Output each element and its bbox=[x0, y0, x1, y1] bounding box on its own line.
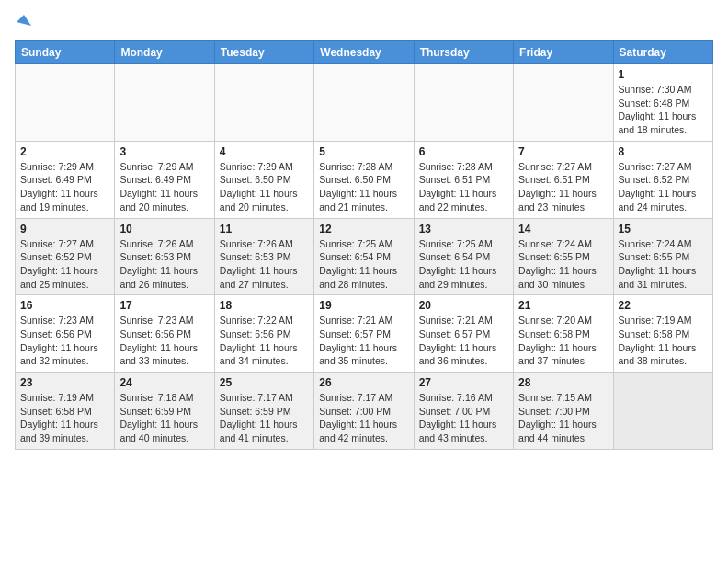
day-number: 8 bbox=[619, 145, 708, 158]
calendar-day-cell: 26Sunrise: 7:17 AMSunset: 7:00 PMDayligh… bbox=[314, 373, 414, 450]
calendar-day-cell: 19Sunrise: 7:21 AMSunset: 6:57 PMDayligh… bbox=[314, 295, 414, 373]
calendar-day-cell: 22Sunrise: 7:19 AMSunset: 6:58 PMDayligh… bbox=[613, 295, 712, 373]
day-info: Sunrise: 7:17 AMSunset: 6:59 PMDaylight:… bbox=[220, 391, 309, 445]
column-header-saturday: Saturday bbox=[613, 41, 712, 64]
column-header-monday: Monday bbox=[115, 41, 214, 64]
day-info: Sunrise: 7:27 AMSunset: 6:52 PMDaylight:… bbox=[619, 160, 708, 214]
calendar-week-row: 1Sunrise: 7:30 AMSunset: 6:48 PMDaylight… bbox=[16, 64, 713, 142]
day-number: 25 bbox=[220, 376, 309, 389]
day-number: 1 bbox=[619, 68, 708, 81]
day-info: Sunrise: 7:27 AMSunset: 6:52 PMDaylight:… bbox=[20, 237, 109, 292]
day-info: Sunrise: 7:29 AMSunset: 6:50 PMDaylight:… bbox=[220, 160, 309, 214]
day-number: 7 bbox=[518, 145, 608, 158]
day-info: Sunrise: 7:26 AMSunset: 6:53 PMDaylight:… bbox=[220, 237, 309, 292]
day-number: 12 bbox=[319, 223, 408, 236]
day-number: 14 bbox=[518, 223, 608, 236]
column-header-friday: Friday bbox=[514, 41, 613, 64]
calendar-day-cell: 2Sunrise: 7:29 AMSunset: 6:49 PMDaylight… bbox=[16, 141, 115, 218]
calendar-day-cell: 18Sunrise: 7:22 AMSunset: 6:56 PMDayligh… bbox=[214, 295, 313, 373]
day-info: Sunrise: 7:29 AMSunset: 6:49 PMDaylight:… bbox=[20, 160, 109, 214]
day-number: 16 bbox=[20, 299, 109, 312]
calendar-day-cell: 11Sunrise: 7:26 AMSunset: 6:53 PMDayligh… bbox=[214, 218, 313, 295]
calendar-day-cell: 4Sunrise: 7:29 AMSunset: 6:50 PMDaylight… bbox=[214, 141, 313, 218]
calendar-header-row: SundayMondayTuesdayWednesdayThursdayFrid… bbox=[16, 41, 713, 64]
day-info: Sunrise: 7:29 AMSunset: 6:49 PMDaylight:… bbox=[119, 160, 209, 214]
calendar-day-cell: 10Sunrise: 7:26 AMSunset: 6:53 PMDayligh… bbox=[115, 218, 214, 295]
calendar-day-cell: 6Sunrise: 7:28 AMSunset: 6:51 PMDaylight… bbox=[414, 141, 513, 218]
day-number: 13 bbox=[419, 223, 508, 236]
calendar-day-cell: 5Sunrise: 7:28 AMSunset: 6:50 PMDaylight… bbox=[314, 141, 414, 218]
day-info: Sunrise: 7:16 AMSunset: 7:00 PMDaylight:… bbox=[419, 391, 508, 445]
day-info: Sunrise: 7:25 AMSunset: 6:54 PMDaylight:… bbox=[319, 237, 408, 292]
calendar-day-cell: 9Sunrise: 7:27 AMSunset: 6:52 PMDaylight… bbox=[16, 218, 115, 295]
column-header-wednesday: Wednesday bbox=[314, 41, 414, 64]
day-info: Sunrise: 7:26 AMSunset: 6:53 PMDaylight:… bbox=[119, 237, 209, 292]
calendar-day-cell bbox=[514, 64, 613, 142]
calendar-day-cell bbox=[214, 64, 313, 142]
calendar-day-cell: 7Sunrise: 7:27 AMSunset: 6:51 PMDaylight… bbox=[514, 141, 613, 218]
calendar-day-cell: 28Sunrise: 7:15 AMSunset: 7:00 PMDayligh… bbox=[514, 373, 613, 450]
day-info: Sunrise: 7:22 AMSunset: 6:56 PMDaylight:… bbox=[220, 314, 309, 368]
day-info: Sunrise: 7:28 AMSunset: 6:51 PMDaylight:… bbox=[419, 160, 508, 214]
calendar-day-cell: 1Sunrise: 7:30 AMSunset: 6:48 PMDaylight… bbox=[613, 64, 712, 142]
day-info: Sunrise: 7:19 AMSunset: 6:58 PMDaylight:… bbox=[619, 314, 708, 368]
day-number: 17 bbox=[119, 299, 209, 312]
day-number: 5 bbox=[319, 145, 408, 158]
calendar-week-row: 2Sunrise: 7:29 AMSunset: 6:49 PMDaylight… bbox=[16, 141, 713, 218]
calendar-day-cell: 13Sunrise: 7:25 AMSunset: 6:54 PMDayligh… bbox=[414, 218, 513, 295]
calendar-day-cell: 27Sunrise: 7:16 AMSunset: 7:00 PMDayligh… bbox=[414, 373, 513, 450]
calendar-day-cell: 15Sunrise: 7:24 AMSunset: 6:55 PMDayligh… bbox=[613, 218, 712, 295]
day-info: Sunrise: 7:23 AMSunset: 6:56 PMDaylight:… bbox=[119, 314, 209, 368]
day-info: Sunrise: 7:23 AMSunset: 6:56 PMDaylight:… bbox=[20, 314, 109, 368]
column-header-tuesday: Tuesday bbox=[214, 41, 313, 64]
page-header bbox=[15, 15, 713, 33]
calendar-day-cell: 24Sunrise: 7:18 AMSunset: 6:59 PMDayligh… bbox=[115, 373, 214, 450]
day-info: Sunrise: 7:28 AMSunset: 6:50 PMDaylight:… bbox=[319, 160, 408, 214]
calendar-day-cell: 17Sunrise: 7:23 AMSunset: 6:56 PMDayligh… bbox=[115, 295, 214, 373]
calendar-day-cell: 25Sunrise: 7:17 AMSunset: 6:59 PMDayligh… bbox=[214, 373, 313, 450]
day-number: 20 bbox=[419, 299, 508, 312]
day-info: Sunrise: 7:17 AMSunset: 7:00 PMDaylight:… bbox=[319, 391, 408, 445]
day-number: 15 bbox=[619, 223, 708, 236]
calendar-day-cell: 20Sunrise: 7:21 AMSunset: 6:57 PMDayligh… bbox=[414, 295, 513, 373]
calendar-day-cell bbox=[613, 373, 712, 450]
day-info: Sunrise: 7:15 AMSunset: 7:00 PMDaylight:… bbox=[518, 391, 608, 445]
day-info: Sunrise: 7:21 AMSunset: 6:57 PMDaylight:… bbox=[419, 314, 508, 368]
calendar-day-cell: 21Sunrise: 7:20 AMSunset: 6:58 PMDayligh… bbox=[514, 295, 613, 373]
calendar-day-cell: 12Sunrise: 7:25 AMSunset: 6:54 PMDayligh… bbox=[314, 218, 414, 295]
day-info: Sunrise: 7:24 AMSunset: 6:55 PMDaylight:… bbox=[518, 237, 608, 292]
logo bbox=[15, 15, 31, 33]
day-number: 22 bbox=[619, 299, 708, 312]
day-info: Sunrise: 7:27 AMSunset: 6:51 PMDaylight:… bbox=[518, 160, 608, 214]
svg-marker-0 bbox=[17, 15, 31, 26]
day-info: Sunrise: 7:18 AMSunset: 6:59 PMDaylight:… bbox=[119, 391, 209, 445]
day-number: 6 bbox=[419, 145, 508, 158]
column-header-sunday: Sunday bbox=[16, 41, 115, 64]
calendar-week-row: 9Sunrise: 7:27 AMSunset: 6:52 PMDaylight… bbox=[16, 218, 713, 295]
day-number: 28 bbox=[518, 376, 608, 389]
day-number: 27 bbox=[419, 376, 508, 389]
day-info: Sunrise: 7:19 AMSunset: 6:58 PMDaylight:… bbox=[20, 391, 109, 445]
day-number: 19 bbox=[319, 299, 408, 312]
day-info: Sunrise: 7:21 AMSunset: 6:57 PMDaylight:… bbox=[319, 314, 408, 368]
day-number: 21 bbox=[518, 299, 608, 312]
calendar-day-cell: 3Sunrise: 7:29 AMSunset: 6:49 PMDaylight… bbox=[115, 141, 214, 218]
logo-bird-icon bbox=[17, 13, 31, 28]
day-number: 3 bbox=[119, 145, 209, 158]
day-number: 11 bbox=[220, 223, 309, 236]
day-info: Sunrise: 7:25 AMSunset: 6:54 PMDaylight:… bbox=[419, 237, 508, 292]
calendar-day-cell: 23Sunrise: 7:19 AMSunset: 6:58 PMDayligh… bbox=[16, 373, 115, 450]
calendar-day-cell: 8Sunrise: 7:27 AMSunset: 6:52 PMDaylight… bbox=[613, 141, 712, 218]
day-number: 9 bbox=[20, 223, 109, 236]
calendar-day-cell bbox=[16, 64, 115, 142]
calendar-week-row: 16Sunrise: 7:23 AMSunset: 6:56 PMDayligh… bbox=[16, 295, 713, 373]
day-number: 18 bbox=[220, 299, 309, 312]
calendar-day-cell bbox=[314, 64, 414, 142]
calendar-day-cell: 14Sunrise: 7:24 AMSunset: 6:55 PMDayligh… bbox=[514, 218, 613, 295]
day-number: 26 bbox=[319, 376, 408, 389]
calendar-week-row: 23Sunrise: 7:19 AMSunset: 6:58 PMDayligh… bbox=[16, 373, 713, 450]
day-info: Sunrise: 7:24 AMSunset: 6:55 PMDaylight:… bbox=[619, 237, 708, 292]
day-info: Sunrise: 7:20 AMSunset: 6:58 PMDaylight:… bbox=[518, 314, 608, 368]
calendar-day-cell bbox=[115, 64, 214, 142]
day-info: Sunrise: 7:30 AMSunset: 6:48 PMDaylight:… bbox=[619, 83, 708, 137]
